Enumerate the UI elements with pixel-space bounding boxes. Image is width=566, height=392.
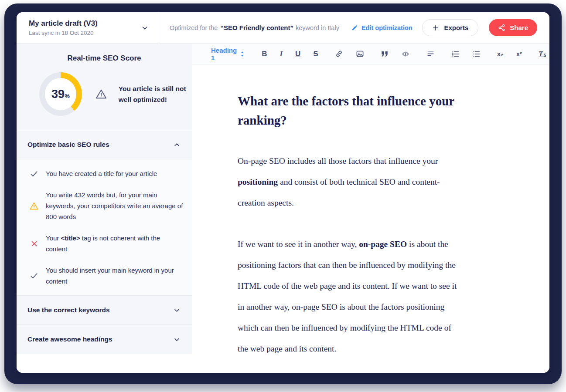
chevron-up-icon [174,142,180,148]
heading-style-select[interactable]: Heading 1 [211,47,245,61]
top-header: My article draft (V3) Last sync in 18 Oc… [17,12,549,44]
chevron-down-icon [174,336,180,343]
heading-select-label: Heading 1 [211,47,237,61]
section-awesome-headings[interactable]: Create awesome headings [17,325,192,354]
italic-button[interactable]: I [280,50,283,58]
content-editor: Heading 1 B I U S [192,44,549,373]
section-label: Use the correct keywords [27,306,110,314]
document-paragraph: On-page SEO includes all those factors t… [238,151,459,213]
checklist-item: Your <title> tag is not coherent with th… [29,227,184,260]
score-value: 39 % [39,72,82,116]
share-label: Share [510,24,528,31]
score-message: You article is still not well optimized! [119,83,192,105]
section-label: Optimize basic SEO rules [27,141,109,149]
pencil-icon [351,24,358,31]
checklist-text: You have created a title for your articl… [46,168,183,179]
article-content: What are the factors that influence your… [192,64,459,373]
x-icon [29,240,39,247]
ordered-list-icon[interactable] [451,50,460,58]
checklist-text: You write 432 words but, for your main k… [46,189,183,222]
superscript-button[interactable]: x² [516,50,522,57]
score-row: 39 % You article is still not well optim… [39,72,192,116]
align-icon[interactable] [426,50,435,57]
share-button[interactable]: Share [489,19,537,36]
unordered-list-icon[interactable] [472,50,481,58]
checklist-text: You should insert your main keyword in y… [46,265,183,287]
article-switcher[interactable]: My article draft (V3) Last sync in 18 Oc… [17,12,159,43]
warning-triangle-icon [95,88,107,100]
check-icon [29,271,39,280]
page-background: My article draft (V3) Last sync in 18 Oc… [0,0,566,392]
checklist-item: You have created a title for your articl… [29,163,184,184]
optimization-status: Optimized for the “SEO Friendly content”… [159,24,422,31]
score-area: Real-time SEO Score 39 % You article is … [17,44,192,130]
blockquote-icon[interactable] [381,51,389,57]
chevron-down-icon[interactable] [141,24,148,31]
editor-toolbar: Heading 1 B I U S [192,44,549,64]
image-icon[interactable] [356,50,364,58]
document-paragraph: If we want to see it in another way, on-… [238,234,459,359]
sidebar-footer [17,354,192,373]
seo-score-donut: 39 % [39,72,82,116]
checklist-item: You write 432 words but, for your main k… [29,184,184,227]
sort-arrows-icon [239,51,245,57]
check-icon [29,169,39,178]
underline-button[interactable]: U [295,50,300,58]
checklist-text: Your <title> tag is not coherent with th… [46,233,183,254]
optimized-keyword: “SEO Friendly content” [220,24,293,31]
strikethrough-button[interactable]: S [313,50,318,58]
optimized-suffix: keyword in Italy [296,24,339,31]
score-title: Real-time SEO Score [17,54,192,63]
link-icon[interactable] [335,50,343,58]
optimized-prefix: Optimized for the [170,24,218,31]
last-sync-label: Last sync in 18 Oct 2020 [29,30,98,36]
article-title: My article draft (V3) [29,19,98,28]
bold-button[interactable]: B [262,50,267,58]
exports-button[interactable]: Exports [422,19,478,36]
section-basic-seo-rules[interactable]: Optimize basic SEO rules [17,130,192,159]
document-heading: What are the factors that influence your… [238,91,459,130]
document-canvas[interactable]: What are the factors that influence your… [192,64,549,373]
checklist-item: You should insert your main keyword in y… [29,260,184,292]
seo-score-sidebar: Real-time SEO Score 39 % You article is … [17,44,192,373]
code-icon[interactable] [401,50,410,58]
header-actions: Exports Share [422,19,549,36]
share-icon [498,24,505,31]
seo-checklist: You have created a title for your articl… [17,159,192,295]
chevron-down-icon [174,307,180,314]
plus-icon [432,24,439,31]
subscript-button[interactable]: x₂ [497,50,504,57]
exports-label: Exports [444,24,468,31]
app-window: My article draft (V3) Last sync in 18 Oc… [17,12,549,373]
warning-triangle-icon [29,201,39,211]
section-label: Create awesome headings [27,335,113,343]
clear-formatting-button[interactable]: Tx [539,50,546,58]
article-title-block: My article draft (V3) Last sync in 18 Oc… [29,19,98,36]
edit-optimization-link[interactable]: Edit optimization [351,24,413,31]
edit-optimization-label: Edit optimization [361,24,413,31]
section-correct-keywords[interactable]: Use the correct keywords [17,296,192,324]
